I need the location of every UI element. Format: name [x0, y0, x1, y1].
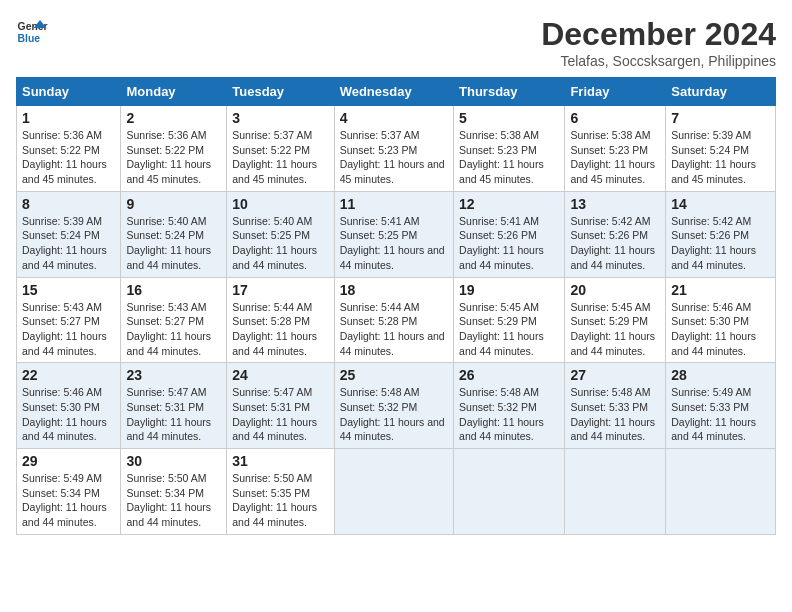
calendar-cell: 26 Sunrise: 5:48 AM Sunset: 5:32 PM Dayl…: [454, 363, 565, 449]
day-number: 1: [22, 110, 115, 126]
day-info: Sunrise: 5:44 AM Sunset: 5:28 PM Dayligh…: [340, 300, 448, 359]
header-tuesday: Tuesday: [227, 78, 334, 106]
calendar-cell: 4 Sunrise: 5:37 AM Sunset: 5:23 PM Dayli…: [334, 106, 453, 192]
day-info: Sunrise: 5:43 AM Sunset: 5:27 PM Dayligh…: [126, 300, 221, 359]
day-info: Sunrise: 5:39 AM Sunset: 5:24 PM Dayligh…: [671, 128, 770, 187]
calendar-cell: 1 Sunrise: 5:36 AM Sunset: 5:22 PM Dayli…: [17, 106, 121, 192]
calendar-cell: 2 Sunrise: 5:36 AM Sunset: 5:22 PM Dayli…: [121, 106, 227, 192]
day-number: 15: [22, 282, 115, 298]
calendar-cell: 9 Sunrise: 5:40 AM Sunset: 5:24 PM Dayli…: [121, 191, 227, 277]
calendar-cell: 16 Sunrise: 5:43 AM Sunset: 5:27 PM Dayl…: [121, 277, 227, 363]
day-number: 16: [126, 282, 221, 298]
header-saturday: Saturday: [666, 78, 776, 106]
calendar-cell: 8 Sunrise: 5:39 AM Sunset: 5:24 PM Dayli…: [17, 191, 121, 277]
day-info: Sunrise: 5:37 AM Sunset: 5:22 PM Dayligh…: [232, 128, 328, 187]
day-number: 13: [570, 196, 660, 212]
day-info: Sunrise: 5:48 AM Sunset: 5:33 PM Dayligh…: [570, 385, 660, 444]
day-number: 4: [340, 110, 448, 126]
calendar-cell: [334, 449, 453, 535]
day-number: 8: [22, 196, 115, 212]
page-title: December 2024: [541, 16, 776, 53]
calendar-cell: 29 Sunrise: 5:49 AM Sunset: 5:34 PM Dayl…: [17, 449, 121, 535]
calendar-cell: 25 Sunrise: 5:48 AM Sunset: 5:32 PM Dayl…: [334, 363, 453, 449]
calendar-cell: 22 Sunrise: 5:46 AM Sunset: 5:30 PM Dayl…: [17, 363, 121, 449]
calendar-week-row: 1 Sunrise: 5:36 AM Sunset: 5:22 PM Dayli…: [17, 106, 776, 192]
day-info: Sunrise: 5:46 AM Sunset: 5:30 PM Dayligh…: [671, 300, 770, 359]
calendar-cell: 3 Sunrise: 5:37 AM Sunset: 5:22 PM Dayli…: [227, 106, 334, 192]
day-number: 24: [232, 367, 328, 383]
calendar-cell: 12 Sunrise: 5:41 AM Sunset: 5:26 PM Dayl…: [454, 191, 565, 277]
day-info: Sunrise: 5:47 AM Sunset: 5:31 PM Dayligh…: [232, 385, 328, 444]
day-info: Sunrise: 5:38 AM Sunset: 5:23 PM Dayligh…: [459, 128, 559, 187]
day-info: Sunrise: 5:50 AM Sunset: 5:35 PM Dayligh…: [232, 471, 328, 530]
day-number: 22: [22, 367, 115, 383]
title-area: December 2024 Telafas, Soccsksargen, Phi…: [541, 16, 776, 69]
calendar-cell: [666, 449, 776, 535]
day-info: Sunrise: 5:49 AM Sunset: 5:34 PM Dayligh…: [22, 471, 115, 530]
calendar-week-row: 15 Sunrise: 5:43 AM Sunset: 5:27 PM Dayl…: [17, 277, 776, 363]
header-wednesday: Wednesday: [334, 78, 453, 106]
day-number: 10: [232, 196, 328, 212]
day-number: 23: [126, 367, 221, 383]
day-number: 2: [126, 110, 221, 126]
calendar-cell: 27 Sunrise: 5:48 AM Sunset: 5:33 PM Dayl…: [565, 363, 666, 449]
header-thursday: Thursday: [454, 78, 565, 106]
calendar-cell: 15 Sunrise: 5:43 AM Sunset: 5:27 PM Dayl…: [17, 277, 121, 363]
header: General Blue December 2024 Telafas, Socc…: [16, 16, 776, 69]
day-number: 11: [340, 196, 448, 212]
day-info: Sunrise: 5:45 AM Sunset: 5:29 PM Dayligh…: [570, 300, 660, 359]
calendar-cell: 31 Sunrise: 5:50 AM Sunset: 5:35 PM Dayl…: [227, 449, 334, 535]
day-number: 5: [459, 110, 559, 126]
day-info: Sunrise: 5:45 AM Sunset: 5:29 PM Dayligh…: [459, 300, 559, 359]
day-number: 26: [459, 367, 559, 383]
calendar-week-row: 8 Sunrise: 5:39 AM Sunset: 5:24 PM Dayli…: [17, 191, 776, 277]
day-number: 28: [671, 367, 770, 383]
calendar-cell: 23 Sunrise: 5:47 AM Sunset: 5:31 PM Dayl…: [121, 363, 227, 449]
day-info: Sunrise: 5:41 AM Sunset: 5:26 PM Dayligh…: [459, 214, 559, 273]
day-info: Sunrise: 5:47 AM Sunset: 5:31 PM Dayligh…: [126, 385, 221, 444]
calendar-cell: 13 Sunrise: 5:42 AM Sunset: 5:26 PM Dayl…: [565, 191, 666, 277]
calendar-cell: 11 Sunrise: 5:41 AM Sunset: 5:25 PM Dayl…: [334, 191, 453, 277]
day-info: Sunrise: 5:39 AM Sunset: 5:24 PM Dayligh…: [22, 214, 115, 273]
day-number: 19: [459, 282, 559, 298]
day-number: 18: [340, 282, 448, 298]
day-number: 31: [232, 453, 328, 469]
calendar-week-row: 29 Sunrise: 5:49 AM Sunset: 5:34 PM Dayl…: [17, 449, 776, 535]
calendar-cell: 18 Sunrise: 5:44 AM Sunset: 5:28 PM Dayl…: [334, 277, 453, 363]
page-subtitle: Telafas, Soccsksargen, Philippines: [541, 53, 776, 69]
day-info: Sunrise: 5:37 AM Sunset: 5:23 PM Dayligh…: [340, 128, 448, 187]
calendar-cell: 30 Sunrise: 5:50 AM Sunset: 5:34 PM Dayl…: [121, 449, 227, 535]
day-info: Sunrise: 5:44 AM Sunset: 5:28 PM Dayligh…: [232, 300, 328, 359]
day-info: Sunrise: 5:42 AM Sunset: 5:26 PM Dayligh…: [671, 214, 770, 273]
day-number: 30: [126, 453, 221, 469]
calendar-cell: 10 Sunrise: 5:40 AM Sunset: 5:25 PM Dayl…: [227, 191, 334, 277]
day-info: Sunrise: 5:42 AM Sunset: 5:26 PM Dayligh…: [570, 214, 660, 273]
day-info: Sunrise: 5:48 AM Sunset: 5:32 PM Dayligh…: [459, 385, 559, 444]
day-info: Sunrise: 5:40 AM Sunset: 5:25 PM Dayligh…: [232, 214, 328, 273]
day-number: 20: [570, 282, 660, 298]
calendar-cell: [454, 449, 565, 535]
calendar-week-row: 22 Sunrise: 5:46 AM Sunset: 5:30 PM Dayl…: [17, 363, 776, 449]
day-number: 6: [570, 110, 660, 126]
logo: General Blue: [16, 16, 48, 48]
day-info: Sunrise: 5:41 AM Sunset: 5:25 PM Dayligh…: [340, 214, 448, 273]
calendar-cell: 6 Sunrise: 5:38 AM Sunset: 5:23 PM Dayli…: [565, 106, 666, 192]
header-monday: Monday: [121, 78, 227, 106]
day-number: 25: [340, 367, 448, 383]
day-number: 14: [671, 196, 770, 212]
day-info: Sunrise: 5:49 AM Sunset: 5:33 PM Dayligh…: [671, 385, 770, 444]
day-info: Sunrise: 5:36 AM Sunset: 5:22 PM Dayligh…: [126, 128, 221, 187]
calendar-cell: 17 Sunrise: 5:44 AM Sunset: 5:28 PM Dayl…: [227, 277, 334, 363]
calendar-cell: 21 Sunrise: 5:46 AM Sunset: 5:30 PM Dayl…: [666, 277, 776, 363]
calendar-cell: 5 Sunrise: 5:38 AM Sunset: 5:23 PM Dayli…: [454, 106, 565, 192]
day-number: 12: [459, 196, 559, 212]
calendar-cell: 28 Sunrise: 5:49 AM Sunset: 5:33 PM Dayl…: [666, 363, 776, 449]
calendar-cell: 20 Sunrise: 5:45 AM Sunset: 5:29 PM Dayl…: [565, 277, 666, 363]
svg-text:Blue: Blue: [18, 33, 41, 44]
calendar-table: Sunday Monday Tuesday Wednesday Thursday…: [16, 77, 776, 535]
day-info: Sunrise: 5:36 AM Sunset: 5:22 PM Dayligh…: [22, 128, 115, 187]
day-number: 27: [570, 367, 660, 383]
day-number: 9: [126, 196, 221, 212]
calendar-cell: 7 Sunrise: 5:39 AM Sunset: 5:24 PM Dayli…: [666, 106, 776, 192]
calendar-header-row: Sunday Monday Tuesday Wednesday Thursday…: [17, 78, 776, 106]
